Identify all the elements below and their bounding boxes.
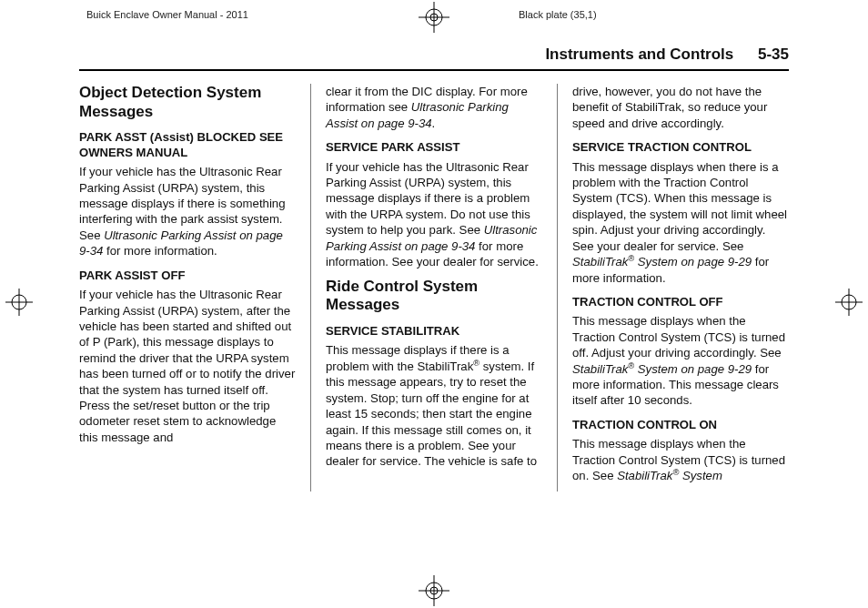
print-info-bar: Buick Enclave Owner Manual - 2011 Black … — [0, 0, 868, 31]
body-text: drive, however, you do not have the bene… — [572, 84, 789, 131]
section-heading-ride-control: Ride Control System Messages — [326, 278, 542, 315]
text-run: StabiliTrak — [572, 255, 628, 269]
body-text: If your vehicle has the Ultrasonic Rear … — [79, 287, 296, 445]
body-text: This message displays when the Traction … — [572, 313, 789, 409]
text-run: StabiliTrak — [572, 362, 628, 376]
text-run: system. If this message appears, try to … — [326, 360, 537, 469]
column-1: Object Detection System Messages PARK AS… — [79, 84, 310, 491]
registration-mark-right — [835, 289, 863, 319]
xref-stabilitrak-system: StabiliTrak® System on page 9‑29 — [572, 255, 752, 269]
text-run: System on page 9‑29 — [634, 362, 752, 376]
msg-heading-service-stabilitrak: SERVICE STABILITRAK — [326, 324, 542, 339]
chapter-title: Instruments and Controls — [545, 46, 733, 63]
msg-heading-park-assist-off: PARK ASSIST OFF — [79, 269, 296, 283]
text-run: . — [432, 117, 436, 130]
msg-heading-traction-control-off: TRACTION CONTROL OFF — [572, 295, 789, 309]
text-run: System — [679, 469, 722, 482]
text-run: for more information. — [103, 244, 217, 258]
body-text: If your vehicle has the Ultrasonic Rear … — [326, 159, 542, 270]
body-text: If your vehicle has the Ultrasonic Rear … — [79, 164, 296, 259]
text-run: StabiliTrak — [617, 469, 672, 482]
column-2: clear it from the DIC display. For more … — [310, 84, 557, 491]
running-header: Instruments and Controls 5-35 — [79, 31, 789, 71]
xref-stabilitrak-system: StabiliTrak® System on page 9‑29 — [572, 362, 752, 376]
msg-heading-park-asst-blocked: PARK ASST (Assist) BLOCKED SEE OWNERS MA… — [79, 130, 296, 160]
registration-mark-left — [5, 289, 33, 319]
body-text: This message displays when the Traction … — [572, 436, 789, 483]
page-number: 5-35 — [758, 46, 789, 63]
manual-title: Buick Enclave Owner Manual - 2011 — [86, 9, 248, 20]
text-run: This message displays when there is a pr… — [572, 160, 787, 253]
msg-heading-service-park-assist: SERVICE PARK ASSIST — [326, 140, 542, 155]
msg-heading-traction-control-on: TRACTION CONTROL ON — [572, 418, 789, 432]
page-body: Instruments and Controls 5-35 Object Det… — [79, 31, 789, 491]
body-text: This message displays when there is a pr… — [572, 159, 789, 286]
text-run: System on page 9‑29 — [634, 255, 752, 269]
msg-heading-service-traction-control: SERVICE TRACTION CONTROL — [572, 140, 789, 155]
plate-info: Black plate (35,1) — [519, 9, 597, 20]
column-3: drive, however, you do not have the bene… — [557, 84, 789, 491]
body-text: clear it from the DIC display. For more … — [326, 84, 542, 131]
xref-stabilitrak-system: StabiliTrak® System — [617, 469, 722, 482]
section-heading-object-detection: Object Detection System Messages — [79, 84, 296, 121]
body-text: This message displays if there is a prob… — [326, 342, 542, 469]
registration-mark-bottom — [419, 575, 449, 606]
text-run: This message displays when the Traction … — [572, 314, 785, 360]
